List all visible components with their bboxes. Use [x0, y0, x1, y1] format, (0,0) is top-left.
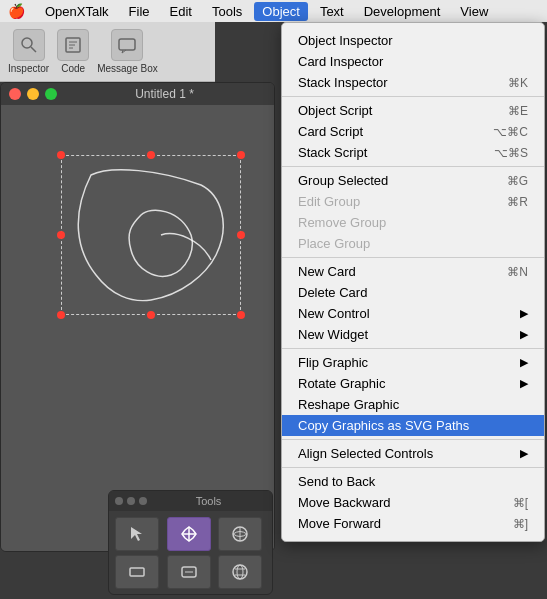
close-button[interactable] [9, 88, 21, 100]
inspector-icon [13, 29, 45, 61]
layer-section: Send to Back Move Backward ⌘[ Move Forwa… [282, 468, 544, 537]
remove-group-item[interactable]: Remove Group [282, 212, 544, 233]
selection-border [61, 155, 241, 315]
minimize-button[interactable] [27, 88, 39, 100]
object-menu-dropdown: Object Inspector Card Inspector Stack In… [281, 22, 545, 542]
stack-inspector-shortcut: ⌘K [508, 76, 528, 90]
tools-dot-1 [115, 497, 123, 505]
svg-line-1 [31, 47, 36, 52]
svg-rect-6 [119, 39, 135, 50]
drag-tool[interactable] [167, 517, 211, 551]
handle-mid-right[interactable] [237, 231, 245, 239]
new-card-item[interactable]: New Card ⌘N [282, 261, 544, 282]
canvas-area[interactable] [1, 105, 274, 551]
menu-file[interactable]: File [121, 2, 158, 21]
web-tool[interactable] [218, 555, 262, 589]
apple-menu[interactable]: 🍎 [8, 3, 25, 19]
tools-panel: Tools [108, 490, 273, 595]
tools-titlebar: Tools [109, 491, 272, 511]
message-box-label: Message Box [97, 63, 158, 74]
flip-graphic-arrow: ▶ [520, 356, 528, 369]
scripts-section: Object Script ⌘E Card Script ⌥⌘C Stack S… [282, 97, 544, 167]
selected-graphic[interactable] [61, 155, 241, 315]
group-section: Group Selected ⌘G Edit Group ⌘R Remove G… [282, 167, 544, 258]
edit-group-item[interactable]: Edit Group ⌘R [282, 191, 544, 212]
handle-top-mid[interactable] [147, 151, 155, 159]
inspector-label: Inspector [8, 63, 49, 74]
menu-development[interactable]: Development [356, 2, 449, 21]
reshape-graphic-item[interactable]: Reshape Graphic [282, 394, 544, 415]
button-tool[interactable] [167, 555, 211, 589]
svg-point-0 [22, 38, 32, 48]
card-script-shortcut: ⌥⌘C [493, 125, 528, 139]
delete-card-item[interactable]: Delete Card [282, 282, 544, 303]
handle-top-left[interactable] [57, 151, 65, 159]
handle-mid-left[interactable] [57, 231, 65, 239]
send-to-back-item[interactable]: Send to Back [282, 471, 544, 492]
menu-bar: 🍎 OpenXTalk File Edit Tools Object Text … [0, 0, 547, 22]
tools-dot-2 [127, 497, 135, 505]
pointer-tool[interactable] [115, 517, 159, 551]
move-backward-item[interactable]: Move Backward ⌘[ [282, 492, 544, 513]
tools-grid [109, 511, 272, 595]
rotate-graphic-arrow: ▶ [520, 377, 528, 390]
code-button[interactable]: Code [57, 29, 89, 74]
align-controls-item[interactable]: Align Selected Controls ▶ [282, 443, 544, 464]
message-box-icon [111, 29, 143, 61]
code-icon [57, 29, 89, 61]
move-backward-shortcut: ⌘[ [513, 496, 528, 510]
object-inspector-item[interactable]: Object Inspector [282, 30, 544, 51]
new-control-item[interactable]: New Control ▶ [282, 303, 544, 324]
stack-script-item[interactable]: Stack Script ⌥⌘S [282, 142, 544, 163]
graphics-section: Flip Graphic ▶ Rotate Graphic ▶ Reshape … [282, 349, 544, 440]
tools-dot-3 [139, 497, 147, 505]
menu-tools[interactable]: Tools [204, 2, 250, 21]
tools-title: Tools [196, 495, 222, 507]
message-box-button[interactable]: Message Box [97, 29, 158, 74]
window-title: Untitled 1 * [135, 87, 194, 101]
handle-bot-right[interactable] [237, 311, 245, 319]
move-forward-item[interactable]: Move Forward ⌘] [282, 513, 544, 534]
window-titlebar: Untitled 1 * [1, 83, 274, 105]
new-widget-arrow: ▶ [520, 328, 528, 341]
inspectors-section: Object Inspector Card Inspector Stack In… [282, 27, 544, 97]
menu-view[interactable]: View [452, 2, 496, 21]
svg-rect-9 [130, 568, 144, 576]
edit-group-shortcut: ⌘R [507, 195, 528, 209]
main-window: Untitled 1 * [0, 82, 275, 552]
rotate-graphic-item[interactable]: Rotate Graphic ▶ [282, 373, 544, 394]
card-script-item[interactable]: Card Script ⌥⌘C [282, 121, 544, 142]
inspector-button[interactable]: Inspector [8, 29, 49, 74]
menu-openxtalk[interactable]: OpenXTalk [37, 2, 117, 21]
align-section: Align Selected Controls ▶ [282, 440, 544, 468]
new-widget-item[interactable]: New Widget ▶ [282, 324, 544, 345]
stack-script-shortcut: ⌥⌘S [494, 146, 528, 160]
menu-object[interactable]: Object [254, 2, 308, 21]
svg-point-14 [237, 565, 243, 579]
stack-inspector-item[interactable]: Stack Inspector ⌘K [282, 72, 544, 93]
cards-section: New Card ⌘N Delete Card New Control ▶ Ne… [282, 258, 544, 349]
browse-tool[interactable] [218, 517, 262, 551]
new-card-shortcut: ⌘N [507, 265, 528, 279]
group-selected-shortcut: ⌘G [507, 174, 528, 188]
toolbar: Inspector Code Message Box [0, 22, 215, 82]
align-controls-arrow: ▶ [520, 447, 528, 460]
code-label: Code [61, 63, 85, 74]
group-selected-item[interactable]: Group Selected ⌘G [282, 170, 544, 191]
field-tool[interactable] [115, 555, 159, 589]
handle-top-right[interactable] [237, 151, 245, 159]
card-inspector-item[interactable]: Card Inspector [282, 51, 544, 72]
object-script-shortcut: ⌘E [508, 104, 528, 118]
svg-point-13 [233, 565, 247, 579]
place-group-item[interactable]: Place Group [282, 233, 544, 254]
handle-bot-left[interactable] [57, 311, 65, 319]
maximize-button[interactable] [45, 88, 57, 100]
menu-text[interactable]: Text [312, 2, 352, 21]
object-script-item[interactable]: Object Script ⌘E [282, 100, 544, 121]
new-control-arrow: ▶ [520, 307, 528, 320]
handle-bot-mid[interactable] [147, 311, 155, 319]
flip-graphic-item[interactable]: Flip Graphic ▶ [282, 352, 544, 373]
move-forward-shortcut: ⌘] [513, 517, 528, 531]
copy-graphics-svg-item[interactable]: Copy Graphics as SVG Paths [282, 415, 544, 436]
menu-edit[interactable]: Edit [162, 2, 200, 21]
